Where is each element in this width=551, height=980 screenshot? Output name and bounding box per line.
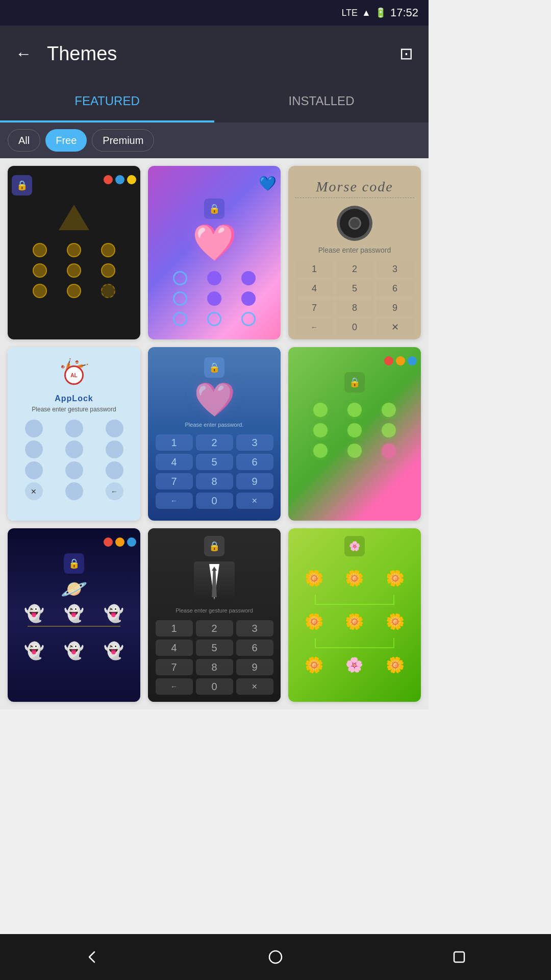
filter-free[interactable]: Free bbox=[45, 129, 87, 152]
theme-preview-6: 🔒 bbox=[288, 347, 421, 521]
signal-icon: LTE bbox=[341, 8, 358, 18]
status-bar-right: LTE ▲ 🔋 17:52 bbox=[341, 6, 418, 19]
tab-bar: FEATURED INSTALLED bbox=[0, 82, 429, 122]
theme-card-6[interactable]: 🔒 bbox=[288, 347, 421, 521]
crop-action-button[interactable]: ⊡ bbox=[394, 39, 418, 68]
theme-preview-2: 💙 🔒 🩷 bbox=[148, 166, 281, 339]
theme-card-9[interactable]: 🌸 🌼 🌼 🌼 🌼 🌼 🌼 bbox=[288, 528, 421, 702]
theme-card-3[interactable]: Morse code Please enter password 1 2 3 4… bbox=[288, 166, 421, 339]
morse-title: Morse code bbox=[316, 179, 393, 195]
lte-bars: ▲ bbox=[362, 8, 371, 18]
applock-icon-t1: 🔒 bbox=[12, 175, 32, 195]
status-bar: LTE ▲ 🔋 17:52 bbox=[0, 0, 429, 26]
theme-card-1[interactable]: 🔒 bbox=[8, 166, 140, 339]
theme-preview-3: Morse code Please enter password 1 2 3 4… bbox=[288, 166, 421, 339]
theme-preview-1: 🔒 bbox=[8, 166, 140, 339]
bottom-nav bbox=[0, 934, 429, 980]
filter-row: All Free Premium bbox=[0, 122, 429, 158]
nav-home-button[interactable] bbox=[260, 942, 291, 972]
theme-preview-8: 🔒 Please enter gesture password bbox=[148, 528, 281, 702]
time-display: 17:52 bbox=[390, 6, 418, 19]
page-title: Themes bbox=[47, 43, 384, 65]
theme-card-8[interactable]: 🔒 Please enter gesture password bbox=[148, 528, 281, 702]
app-header: ← Themes ⊡ bbox=[0, 26, 429, 82]
theme-preview-4: 🏏 🏏 AL AppLock Please enter gesture pass… bbox=[8, 347, 140, 521]
theme-preview-5: 🔒 🩷 Please enter password. 1 2 3 4 5 6 7… bbox=[148, 347, 281, 521]
svg-point-0 bbox=[269, 951, 282, 963]
tab-installed[interactable]: INSTALLED bbox=[214, 82, 429, 122]
filter-premium[interactable]: Premium bbox=[92, 129, 154, 152]
theme-card-2[interactable]: 💙 🔒 🩷 bbox=[148, 166, 281, 339]
themes-grid: 🔒 bbox=[0, 158, 429, 709]
tab-featured[interactable]: FEATURED bbox=[0, 82, 214, 122]
battery-icon: 🔋 bbox=[375, 7, 386, 18]
filter-all[interactable]: All bbox=[8, 129, 40, 152]
theme-preview-9: 🌸 🌼 🌼 🌼 🌼 🌼 🌼 bbox=[288, 528, 421, 702]
theme-card-5[interactable]: 🔒 🩷 Please enter password. 1 2 3 4 5 6 7… bbox=[148, 347, 281, 521]
theme-card-4[interactable]: 🏏 🏏 AL AppLock Please enter gesture pass… bbox=[8, 347, 140, 521]
back-button[interactable]: ← bbox=[10, 40, 37, 67]
theme-card-7[interactable]: 🔒 🪐 👻 👻 👻 👻 👻 👻 bbox=[8, 528, 140, 702]
nav-back-button[interactable] bbox=[77, 942, 107, 972]
theme-preview-7: 🔒 🪐 👻 👻 👻 👻 👻 👻 bbox=[8, 528, 140, 702]
